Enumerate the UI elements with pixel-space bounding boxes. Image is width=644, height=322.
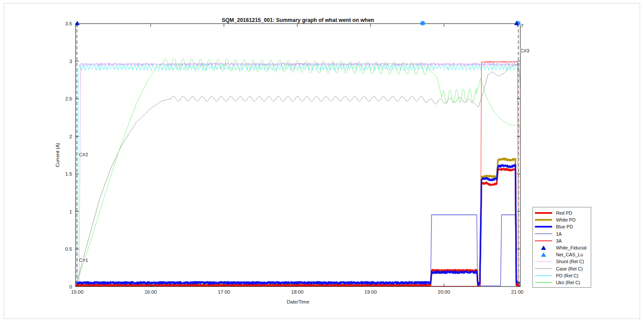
legend-item-white-pd: White PD (533, 216, 591, 223)
svg-text:2: 2 (70, 134, 72, 139)
svg-text:19:00: 19:00 (365, 289, 377, 295)
svg-text:21:00: 21:00 (511, 289, 523, 295)
svg-text:17:00: 17:00 (218, 289, 230, 295)
legend-label: Case (Rel C) (556, 266, 583, 271)
legend-item-white-fiducial: White_Fiducial (533, 244, 591, 251)
annotation-C1: C#1 (79, 258, 88, 263)
legend-label: 1A (556, 231, 562, 237)
legend-line-swatch-icon (533, 234, 554, 234)
legend-label: Red PD (556, 210, 572, 216)
x-tick-labels: 15:0016:0017:0018:0019:0020:0021:00 (71, 289, 524, 295)
legend-label: White PD (556, 217, 576, 222)
legend-label: PD (Rel C) (556, 273, 578, 278)
y-axis-label: Current (A) (55, 143, 60, 167)
svg-text:2.5: 2.5 (65, 96, 72, 101)
svg-text:20:00: 20:00 (438, 289, 450, 295)
legend-label: White_Fiducial (556, 245, 586, 250)
legend-line-swatch-icon (533, 275, 554, 276)
legend-line-swatch-icon (533, 240, 554, 241)
legend-item-shunt-rel-c-: Shunt (Rel C) (533, 258, 591, 265)
legend-item-3a: 3A (533, 237, 591, 244)
annotation-C2: C#2 (79, 152, 88, 157)
legend-label: 3A (556, 238, 562, 243)
legend-triangle-marker-icon (533, 246, 554, 250)
legend-line-swatch-icon (533, 226, 554, 228)
svg-text:0.5: 0.5 (65, 246, 72, 252)
legend: Red PDWhite PDBlue PD1A3AWhite_FiducialN… (532, 207, 591, 288)
y-tick-labels: 00.511.522.533.5 (65, 21, 72, 289)
legend-item-red-pd: Red PD (533, 210, 591, 216)
legend-item-case-rel-c-: Case (Rel C) (533, 265, 591, 272)
svg-text:18:00: 18:00 (291, 289, 304, 295)
legend-triangle-marker-icon (533, 252, 554, 257)
annotation-7: 7 (521, 23, 523, 28)
legend-label: Ukn (Rel C) (556, 280, 580, 285)
legend-line-swatch-icon (533, 261, 554, 262)
legend-item-net-cas-lu: Net_CAS_Lu (533, 251, 591, 258)
legend-item-pd-rel-c-: PD (Rel C) (533, 272, 591, 279)
chart-title: SQM_20161215_001: Summary graph of what … (222, 17, 374, 23)
legend-item-ukn-rel-c-: Ukn (Rel C) (533, 279, 591, 286)
legend-item-1a: 1A (533, 231, 591, 237)
svg-text:1: 1 (70, 209, 72, 214)
svg-text:15:00: 15:00 (71, 289, 84, 295)
legend-line-swatch-icon (533, 268, 554, 269)
legend-line-swatch-icon (533, 219, 554, 221)
annotation-C3: C#3 (520, 48, 529, 53)
svg-text:3: 3 (70, 59, 72, 64)
legend-item-blue-pd: Blue PD (533, 223, 591, 230)
legend-line-swatch-icon (533, 282, 554, 283)
legend-label: Shunt (Rel C) (556, 259, 584, 264)
legend-label: Net_CAS_Lu (556, 252, 583, 257)
svg-text:0: 0 (70, 284, 72, 289)
svg-text:3.5: 3.5 (65, 21, 72, 26)
legend-label: Blue PD (556, 224, 573, 229)
svg-text:16:00: 16:00 (144, 289, 157, 295)
legend-line-swatch-icon (533, 212, 554, 214)
x-axis-label: Date/Time (287, 299, 310, 304)
white-fiducial-marker (75, 21, 80, 25)
svg-text:1.5: 1.5 (65, 171, 72, 176)
